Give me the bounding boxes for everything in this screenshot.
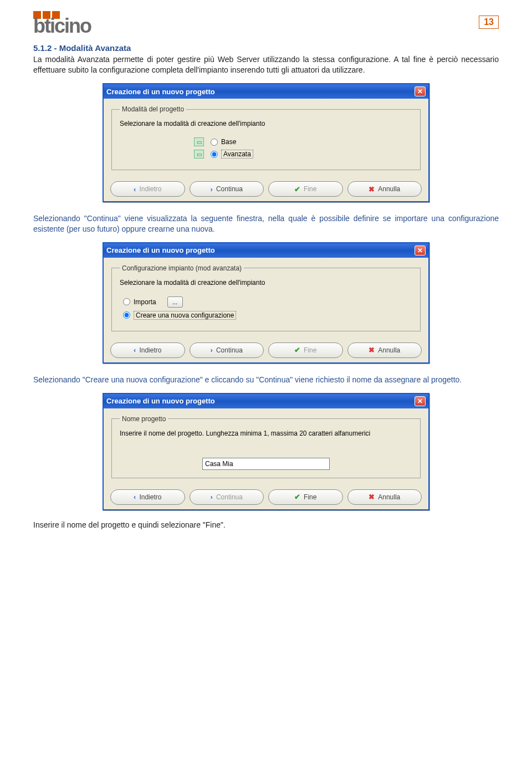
cancel-icon: ✖ (369, 493, 375, 501)
radio-base-row[interactable]: ▭ Base (194, 137, 338, 146)
continue-button[interactable]: ›Continua (190, 489, 264, 505)
dialog-project-name: Creazione di un nuovo progetto ✕ Nome pr… (103, 393, 429, 510)
final-instruction: Inserire il nome del progetto e quindi s… (33, 520, 499, 529)
back-button[interactable]: ‹Indietro (110, 489, 185, 505)
finish-button[interactable]: ✔Fine (268, 342, 343, 358)
brand-logo: bticino (33, 11, 91, 35)
project-name-field[interactable] (202, 458, 330, 470)
finish-button[interactable]: ✔Fine (268, 489, 343, 505)
dialog-titlebar: Creazione di un nuovo progetto ✕ (104, 394, 428, 408)
instruction-text: Selezionare la modalità di creazione del… (120, 120, 412, 127)
dialog-project-mode: Creazione di un nuovo progetto ✕ Modalit… (103, 83, 429, 202)
close-icon[interactable]: ✕ (415, 86, 426, 96)
cancel-button[interactable]: ✖Annulla (347, 489, 422, 505)
instruction-text: Selezionare la modalità di creazione del… (120, 279, 412, 287)
radio-import[interactable] (123, 298, 130, 305)
dialog-button-bar: ‹Indietro ›Continua ✔Fine ✖Annulla (104, 337, 428, 362)
close-icon[interactable]: ✕ (415, 246, 426, 255)
group-legend: Modalità del progetto (120, 105, 186, 113)
radio-new-label: Creare una nuova configurazione (134, 311, 236, 320)
cancel-button[interactable]: ✖Annulla (347, 181, 422, 197)
dialog-titlebar: Creazione di un nuovo progetto ✕ (104, 84, 428, 99)
continue-button[interactable]: ›Continua (190, 342, 264, 358)
dialog-title: Creazione di un nuovo progetto (106, 246, 215, 254)
paragraph-2: Selezionando "Continua" viene visualizza… (33, 213, 499, 234)
section-heading: 5.1.2 - Modalità Avanzata (33, 43, 499, 53)
group-legend: Nome progetto (120, 415, 168, 423)
page-number: 13 (484, 17, 494, 27)
browse-button[interactable]: ... (167, 296, 183, 308)
back-button[interactable]: ‹Indietro (110, 181, 185, 197)
check-icon: ✔ (294, 346, 300, 354)
dialog-button-bar: ‹Indietro ›Continua ✔Fine ✖Annulla (104, 176, 428, 201)
group-legend: Configurazione impianto (mod avanzata) (120, 264, 244, 272)
dialog-title: Creazione di un nuovo progetto (106, 88, 215, 96)
groupbox-name: Nome progetto Inserire il nome del proge… (111, 415, 421, 478)
cancel-icon: ✖ (369, 185, 375, 193)
close-icon[interactable]: ✕ (415, 396, 426, 406)
finish-button[interactable]: ✔Fine (268, 181, 343, 197)
chevron-left-icon: ‹ (134, 346, 136, 354)
radio-avanzata-row[interactable]: ▭ Avanzata (194, 150, 338, 158)
chevron-right-icon: › (211, 493, 213, 501)
dialog-import-or-new: Creazione di un nuovo progetto ✕ Configu… (103, 242, 429, 364)
groupbox-mode: Modalità del progetto Selezionare la mod… (111, 105, 421, 170)
radio-avanzata[interactable] (211, 151, 218, 158)
intro-paragraph: La modalità Avanzata permette di poter g… (33, 54, 499, 75)
page-header: bticino 13 (33, 11, 499, 35)
continue-button[interactable]: ›Continua (190, 181, 264, 197)
logo-text: bticino (33, 17, 91, 35)
radio-new-row[interactable]: Creare una nuova configurazione (123, 311, 412, 320)
doc-plus-icon: ▭ (194, 150, 204, 158)
dialog-title: Creazione di un nuovo progetto (106, 397, 215, 405)
dialog-titlebar: Creazione di un nuovo progetto ✕ (104, 243, 428, 258)
groupbox-config: Configurazione impianto (mod avanzata) S… (111, 264, 421, 331)
check-icon: ✔ (294, 493, 300, 501)
cancel-button[interactable]: ✖Annulla (347, 342, 422, 358)
chevron-left-icon: ‹ (134, 493, 136, 501)
radio-avanzata-label: Avanzata (221, 150, 253, 158)
back-button[interactable]: ‹Indietro (110, 342, 185, 358)
radio-base-label: Base (221, 138, 236, 146)
page-number-box: 13 (479, 16, 499, 29)
dialog-button-bar: ‹Indietro ›Continua ✔Fine ✖Annulla (104, 484, 428, 509)
radio-base[interactable] (211, 139, 218, 146)
chevron-left-icon: ‹ (134, 185, 136, 193)
cancel-icon: ✖ (369, 346, 375, 354)
paragraph-3: Selezionando "Creare una nuova configura… (33, 375, 499, 385)
radio-import-label: Importa (134, 298, 156, 306)
chevron-right-icon: › (211, 346, 213, 354)
radio-create-new[interactable] (123, 311, 130, 319)
doc-icon: ▭ (194, 137, 204, 146)
instruction-text: Inserire il nome del progetto. Lunghezza… (120, 429, 412, 438)
chevron-right-icon: › (211, 185, 213, 193)
radio-import-row[interactable]: Importa ... (123, 296, 412, 308)
check-icon: ✔ (294, 185, 300, 193)
